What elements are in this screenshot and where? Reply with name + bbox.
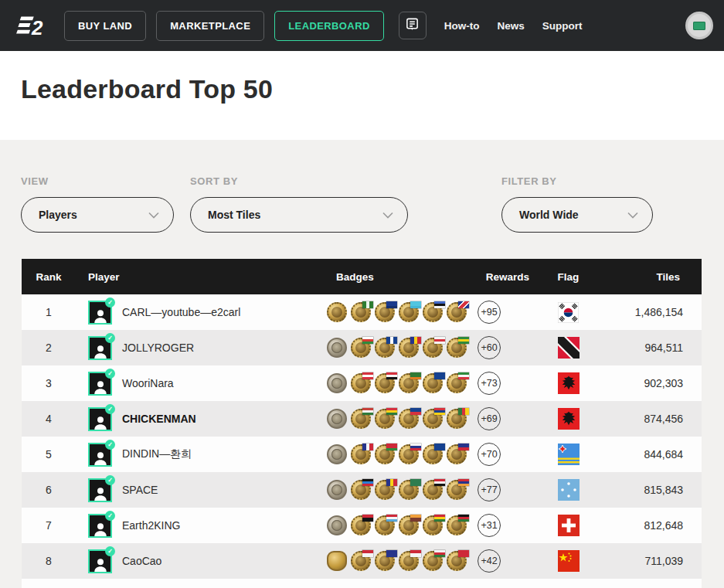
medal-globe-icon[interactable] bbox=[327, 480, 347, 500]
achievement-badge-icon[interactable] bbox=[375, 551, 395, 571]
reward-count-badge: +70 bbox=[478, 443, 501, 466]
achievement-badge-icon[interactable] bbox=[447, 551, 467, 571]
nav-how-to-link[interactable]: How-to bbox=[444, 20, 480, 32]
achievement-badge-icon[interactable] bbox=[375, 409, 395, 429]
table-row[interactable]: 5 ✓ DINDIN—환희 +70 844,684 bbox=[22, 437, 702, 472]
achievement-badge-icon[interactable] bbox=[447, 480, 467, 500]
achievement-badge-icon[interactable] bbox=[399, 338, 419, 358]
player-cell[interactable]: ✓ WooriNara bbox=[76, 372, 327, 396]
achievement-badge-icon[interactable] bbox=[351, 480, 371, 500]
nav-support-link[interactable]: Support bbox=[542, 20, 583, 32]
achievement-badge-icon[interactable] bbox=[351, 373, 371, 393]
achievement-badge-icon[interactable] bbox=[399, 409, 419, 429]
chevron-down-icon bbox=[382, 208, 393, 222]
achievement-badge-icon[interactable] bbox=[375, 444, 395, 464]
view-select[interactable]: Players bbox=[21, 197, 174, 233]
player-cell[interactable]: ✓ JOLLYROGER bbox=[76, 336, 327, 360]
player-cell[interactable]: ✓ CARL—youtube—e2carl bbox=[76, 301, 327, 325]
badge-flag-turkey bbox=[458, 550, 469, 557]
player-avatar[interactable]: ✓ bbox=[88, 407, 112, 431]
achievement-badge-icon[interactable] bbox=[375, 373, 395, 393]
table-row[interactable]: 8 ✓ CaoCao +42 711,039 bbox=[22, 543, 702, 579]
table-row[interactable]: 1 ✓ CARL—youtube—e2carl +95 1,486,154 bbox=[22, 294, 702, 330]
badge-flag-hungary bbox=[362, 408, 373, 415]
achievement-badge-icon[interactable] bbox=[375, 302, 395, 322]
achievement-badge-icon[interactable] bbox=[351, 409, 371, 429]
player-cell[interactable]: ✓ CHICKENMAN bbox=[76, 407, 327, 431]
achievement-badge-icon[interactable] bbox=[399, 444, 419, 464]
achievement-badge-icon[interactable] bbox=[351, 444, 371, 464]
player-avatar[interactable]: ✓ bbox=[88, 478, 112, 502]
medal-globe-icon[interactable] bbox=[327, 515, 347, 535]
nav-leaderboard-button[interactable]: LEADERBOARD bbox=[274, 11, 384, 41]
achievement-badge-icon[interactable] bbox=[399, 551, 419, 571]
table-row[interactable]: 7 ✓ Earth2KING +31 812,648 bbox=[22, 508, 702, 543]
region-select[interactable]: World Wide bbox=[501, 197, 653, 233]
player-cell[interactable]: ✓ SPACE bbox=[76, 478, 327, 502]
player-avatar[interactable]: ✓ bbox=[88, 514, 112, 538]
achievement-badge-icon[interactable] bbox=[351, 551, 371, 571]
achievement-badge-icon[interactable] bbox=[351, 338, 371, 358]
achievement-badge-icon[interactable] bbox=[423, 444, 443, 464]
achievement-badge-icon[interactable] bbox=[375, 515, 395, 535]
player-avatar[interactable]: ✓ bbox=[88, 372, 112, 396]
achievement-badge-icon[interactable] bbox=[399, 302, 419, 322]
achievement-badge-icon[interactable] bbox=[447, 373, 467, 393]
country-flag-ch bbox=[520, 515, 617, 536]
medal-globe-icon[interactable] bbox=[327, 444, 347, 464]
achievement-badge-icon[interactable] bbox=[447, 444, 467, 464]
badge-flag-faroe-islands bbox=[434, 337, 445, 344]
medal-globe-icon[interactable] bbox=[327, 373, 347, 393]
sort-select[interactable]: Most Tiles bbox=[190, 197, 408, 233]
medal-globe-icon[interactable] bbox=[327, 409, 347, 429]
country-flag-kr bbox=[520, 302, 617, 323]
player-avatar[interactable]: ✓ bbox=[88, 443, 112, 467]
table-row[interactable]: 2 ✓ JOLLYROGER +60 964,511 bbox=[22, 330, 702, 365]
achievement-badge-icon[interactable] bbox=[399, 373, 419, 393]
medal-globe-icon[interactable] bbox=[327, 338, 347, 358]
medal-globe-icon[interactable] bbox=[327, 302, 347, 322]
badge-flag-montserrat bbox=[434, 372, 445, 379]
table-row[interactable]: 3 ✓ WooriNara +73 902,303 bbox=[22, 365, 702, 401]
player-avatar[interactable]: ✓ bbox=[88, 301, 112, 325]
achievement-badge-icon[interactable] bbox=[423, 515, 443, 535]
achievement-badge-icon[interactable] bbox=[447, 338, 467, 358]
e2-logo[interactable]: 2 bbox=[11, 15, 48, 36]
achievement-badge-icon[interactable] bbox=[351, 515, 371, 535]
achievement-badge-icon[interactable] bbox=[447, 515, 467, 535]
achievement-badge-icon[interactable] bbox=[423, 373, 443, 393]
badge-flag-togo bbox=[458, 337, 469, 344]
rank-value: 2 bbox=[22, 342, 76, 354]
player-name: SPACE bbox=[122, 484, 158, 496]
view-filter-group: VIEW Players bbox=[21, 175, 174, 233]
achievement-badge-icon[interactable] bbox=[423, 409, 443, 429]
reward-count-badge: +69 bbox=[478, 407, 501, 430]
player-avatar[interactable]: ✓ bbox=[88, 336, 112, 360]
achievement-badge-icon[interactable] bbox=[447, 302, 467, 322]
achievement-badge-icon[interactable] bbox=[351, 302, 371, 322]
badge-flag-oman bbox=[362, 337, 373, 344]
achievement-badge-icon[interactable] bbox=[447, 409, 467, 429]
achievement-badge-icon[interactable] bbox=[423, 302, 443, 322]
player-avatar[interactable]: ✓ bbox=[88, 549, 112, 573]
nav-marketplace-button[interactable]: MARKETPLACE bbox=[156, 11, 264, 41]
achievement-badge-icon[interactable] bbox=[375, 480, 395, 500]
achievement-badge-icon[interactable] bbox=[399, 515, 419, 535]
achievement-badge-icon[interactable] bbox=[375, 338, 395, 358]
player-cell[interactable]: ✓ Earth2KING bbox=[76, 514, 327, 538]
nav-buy-land-button[interactable]: BUY LAND bbox=[64, 11, 146, 41]
achievement-badge-icon[interactable] bbox=[423, 551, 443, 571]
achievement-badge-icon[interactable] bbox=[399, 480, 419, 500]
profile-avatar[interactable] bbox=[685, 12, 713, 39]
player-cell[interactable]: ✓ DINDIN—환희 bbox=[76, 443, 327, 467]
medal-trophy-icon[interactable] bbox=[327, 551, 347, 571]
table-row[interactable]: 4 ✓ CHICKENMAN +69 874,456 bbox=[22, 401, 702, 437]
player-name: JOLLYROGER bbox=[122, 342, 194, 354]
player-cell[interactable]: ✓ CaoCao bbox=[76, 549, 327, 573]
news-list-button[interactable] bbox=[399, 12, 427, 39]
achievement-badge-icon[interactable] bbox=[423, 338, 443, 358]
achievement-badge-icon[interactable] bbox=[423, 480, 443, 500]
nav-news-link[interactable]: News bbox=[497, 20, 524, 32]
table-row[interactable]: 6 ✓ SPACE +77 815,843 bbox=[22, 472, 702, 508]
badge-flag-oman bbox=[434, 550, 445, 557]
